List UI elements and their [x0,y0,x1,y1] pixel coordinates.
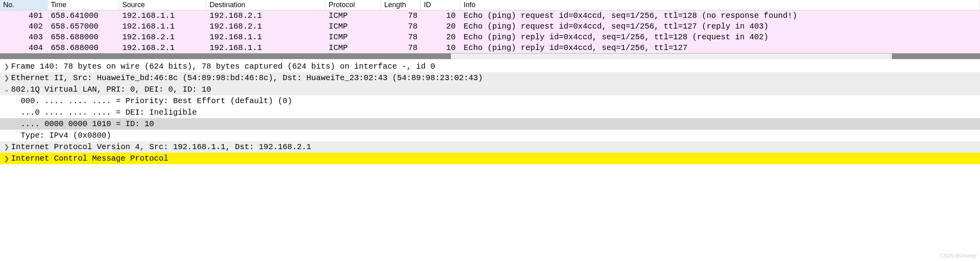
detail-text: 802.1Q Virtual LAN, PRI: 0, DEI: 0, ID: … [11,84,978,95]
detail-text: .... 0000 0000 1010 = ID: 10 [21,118,978,130]
cell-source: 192.168.2.1 [119,42,206,53]
cell-destination: 192.168.2.1 [206,10,325,21]
cell-time: 658.657000 [48,21,119,32]
cell-no: 401 [0,10,48,21]
chevron-right-icon[interactable]: ❯ [2,154,11,163]
packet-row[interactable]: 401 658.641000 192.168.1.1 192.168.2.1 I… [0,10,980,21]
cell-destination: 192.168.1.1 [206,32,325,42]
cell-length: 78 [381,10,421,21]
cell-source: 192.168.1.1 [119,21,206,32]
cell-time: 658.641000 [48,10,119,21]
cell-info: Echo (ping) request id=0x4ccd, seq=1/256… [460,21,980,32]
column-header-time[interactable]: Time [48,0,119,10]
detail-vlan-type[interactable]: Type: IPv4 (0x0800) [0,130,980,141]
cell-length: 78 [381,42,421,53]
detail-vlan[interactable]: ⌄ 802.1Q Virtual LAN, PRI: 0, DEI: 0, ID… [0,84,980,95]
detail-text: Ethernet II, Src: HuaweiTe_bd:46:8c (54:… [11,72,978,84]
column-header-source[interactable]: Source [119,0,206,10]
detail-text: 000. .... .... .... = Priority: Best Eff… [21,95,978,107]
packet-row[interactable]: 404 658.688000 192.168.2.1 192.168.1.1 I… [0,42,980,53]
chevron-down-icon[interactable]: ⌄ [2,85,11,94]
column-header-info[interactable]: Info [460,0,980,10]
column-header-destination[interactable]: Destination [206,0,325,10]
column-header-id[interactable]: ID [421,0,460,10]
cell-no: 404 [0,42,48,53]
cell-id: 10 [421,42,460,53]
cell-info: Echo (ping) reply id=0x4ccd, seq=1/256, … [460,42,980,53]
column-header-length[interactable]: Length [381,0,421,10]
cell-time: 658.688000 [48,32,119,42]
column-header-protocol[interactable]: Protocol [325,0,381,10]
detail-text: Internet Control Message Protocol [11,153,978,164]
packet-list-header[interactable]: No. Time Source Destination Protocol Len… [0,0,980,10]
cell-destination: 192.168.1.1 [206,42,325,53]
chevron-right-icon[interactable]: ❯ [2,62,11,71]
packet-details-pane[interactable]: ❯ Frame 140: 78 bytes on wire (624 bits)… [0,59,980,164]
cell-protocol: ICMP [325,32,381,42]
detail-ethernet[interactable]: ❯ Ethernet II, Src: HuaweiTe_bd:46:8c (5… [0,72,980,84]
cell-protocol: ICMP [325,21,381,32]
cell-source: 192.168.2.1 [119,32,206,42]
cell-protocol: ICMP [325,42,381,53]
cell-destination: 192.168.2.1 [206,21,325,32]
cell-info: Echo (ping) reply id=0x4ccd, seq=1/256, … [460,32,980,42]
detail-text: Type: IPv4 (0x0800) [21,130,978,141]
cell-id: 20 [421,21,460,32]
detail-vlan-id[interactable]: .... 0000 0000 1010 = ID: 10 [0,118,980,130]
packet-list-pane[interactable]: No. Time Source Destination Protocol Len… [0,0,980,54]
cell-length: 78 [381,32,421,42]
detail-icmp[interactable]: ❯ Internet Control Message Protocol [0,153,980,164]
packet-row[interactable]: 402 658.657000 192.168.1.1 192.168.2.1 I… [0,21,980,32]
chevron-right-icon[interactable]: ❯ [2,73,11,83]
cell-protocol: ICMP [325,10,381,21]
cell-id: 10 [421,10,460,21]
detail-ipv4[interactable]: ❯ Internet Protocol Version 4, Src: 192.… [0,141,980,153]
cell-source: 192.168.1.1 [119,10,206,21]
chevron-right-icon[interactable]: ❯ [2,142,11,152]
detail-text: Internet Protocol Version 4, Src: 192.16… [11,141,978,153]
detail-frame[interactable]: ❯ Frame 140: 78 bytes on wire (624 bits)… [0,61,980,72]
cell-info: Echo (ping) request id=0x4ccd, seq=1/256… [460,10,980,21]
cell-length: 78 [381,21,421,32]
detail-text: ...0 .... .... .... = DEI: Ineligible [21,107,978,118]
cell-no: 402 [0,21,48,32]
packet-row[interactable]: 403 658.688000 192.168.2.1 192.168.1.1 I… [0,32,980,42]
cell-time: 658.688000 [48,42,119,53]
column-header-no[interactable]: No. [0,0,48,10]
detail-text: Frame 140: 78 bytes on wire (624 bits), … [11,61,978,72]
cell-no: 403 [0,32,48,42]
detail-vlan-dei[interactable]: ...0 .... .... .... = DEI: Ineligible [0,107,980,118]
detail-vlan-priority[interactable]: 000. .... .... .... = Priority: Best Eff… [0,95,980,107]
cell-id: 20 [421,32,460,42]
horizontal-scrollbar[interactable] [0,54,980,59]
